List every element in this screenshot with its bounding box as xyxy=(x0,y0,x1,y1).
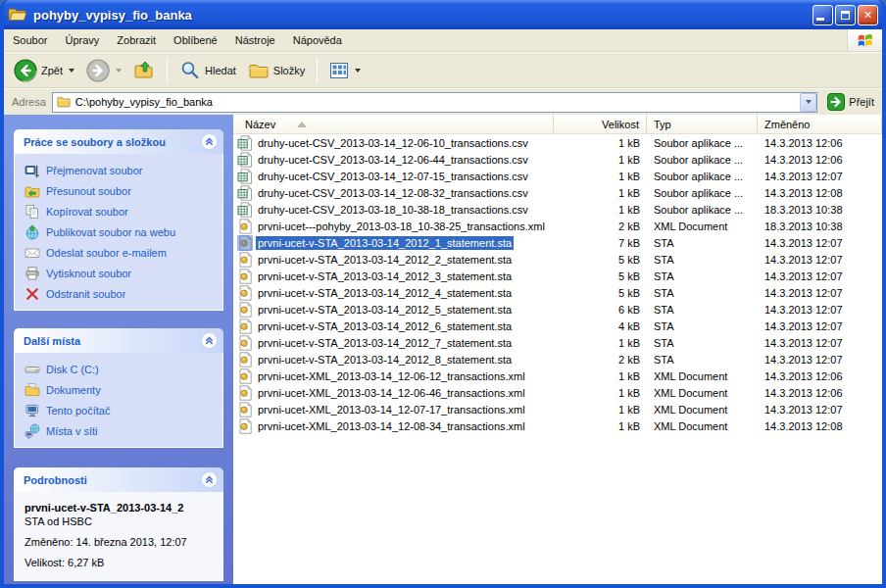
chevron-up-icon[interactable] xyxy=(201,332,218,349)
task-link[interactable]: Odstranit soubor xyxy=(25,286,219,302)
file-modified: 14.3.2013 12:07 xyxy=(758,304,882,316)
details-type: STA od HSBC xyxy=(25,515,213,527)
file-row[interactable]: prvni-ucet-v-STA_2013-03-14_2012_2_state… xyxy=(233,251,882,268)
address-input[interactable]: C:\pohyby_vypisy_fio_banka xyxy=(52,92,817,113)
print-icon xyxy=(25,266,40,281)
gold-doc-icon xyxy=(237,352,253,368)
file-modified: 14.3.2013 12:07 xyxy=(758,171,882,182)
search-button[interactable]: Hledat xyxy=(175,58,240,83)
file-row[interactable]: prvni-ucet-XML_2013-03-14_12-08-34_trans… xyxy=(233,417,882,434)
file-row[interactable]: prvni-ucet-v-STA_2013-03-14_2012_3_state… xyxy=(233,268,882,284)
maximize-button[interactable] xyxy=(835,5,856,25)
file-size: 7 kB xyxy=(554,237,647,249)
address-dropdown-button[interactable] xyxy=(800,93,816,112)
file-row[interactable]: prvni-ucet-v-STA_2013-03-14_2012_7_state… xyxy=(233,334,882,351)
file-modified: 14.3.2013 12:07 xyxy=(758,287,882,299)
gold-doc-icon xyxy=(237,302,253,318)
task-link[interactable]: Přesunout soubor xyxy=(25,183,219,199)
csv-file-icon xyxy=(237,152,253,168)
task-link[interactable]: Kopírovat soubor xyxy=(25,204,219,220)
views-button[interactable] xyxy=(325,59,365,82)
file-row[interactable]: prvni-ucet-v-STA_2013-03-14_2012_6_state… xyxy=(233,318,882,334)
menu-item-nstroje[interactable]: Nástroje xyxy=(226,29,284,51)
chevron-up-icon[interactable] xyxy=(201,471,218,488)
gold-doc-icon xyxy=(237,335,253,351)
file-size: 4 kB xyxy=(554,320,647,332)
file-row[interactable]: prvni-ucet-v-STA_2013-03-14_2012_8_state… xyxy=(233,351,882,368)
close-button[interactable]: ✕ xyxy=(858,5,878,25)
file-row[interactable]: druhy-ucet-CSV_2013-03-14_12-07-15_trans… xyxy=(233,168,882,184)
task-link[interactable]: Přejmenovat soubor xyxy=(25,163,219,178)
email-icon xyxy=(25,245,40,261)
file-type: XML Document xyxy=(647,387,758,399)
file-modified: 14.3.2013 12:07 xyxy=(758,404,882,416)
views-grid-icon xyxy=(329,61,349,80)
windows-logo-icon xyxy=(856,30,875,50)
file-row[interactable]: druhy-ucet-CSV_2013-03-14_12-06-44_trans… xyxy=(233,151,882,168)
computer-icon xyxy=(25,403,40,418)
file-size: 5 kB xyxy=(554,287,647,299)
details-size: Velikost: 6,27 kB xyxy=(25,557,213,568)
file-rows: druhy-ucet-CSV_2013-03-14_12-06-10_trans… xyxy=(233,134,882,584)
file-row[interactable]: druhy-ucet-CSV_2013-03-14_12-06-10_trans… xyxy=(233,134,882,151)
column-header-name[interactable]: Název xyxy=(233,115,554,133)
column-header-modified[interactable]: Změněno xyxy=(758,115,882,133)
file-size: 1 kB xyxy=(554,154,647,166)
panel-title: Podrobnosti xyxy=(24,474,201,486)
panel-file-tasks-header[interactable]: Práce se soubory a složkou xyxy=(14,129,223,154)
main-area: Práce se soubory a složkou Přejmenovat s… xyxy=(4,115,882,584)
task-link[interactable]: Dokumenty xyxy=(25,382,219,398)
file-type: STA xyxy=(647,237,758,249)
menu-item-zobrazit[interactable]: Zobrazit xyxy=(108,29,165,51)
file-type: STA xyxy=(647,270,758,282)
minimize-button[interactable] xyxy=(812,5,833,25)
file-row[interactable]: prvni-ucet-v-STA_2013-03-14_2012_4_state… xyxy=(233,284,882,301)
task-link[interactable]: Vytisknout soubor xyxy=(25,266,219,281)
menu-item-npovda[interactable]: Nápověda xyxy=(284,29,351,51)
back-button[interactable]: Zpět xyxy=(10,57,78,84)
file-name: prvni-ucet-XML_2013-03-14_12-08-34_trans… xyxy=(256,419,527,433)
folder-open-icon xyxy=(8,7,27,23)
file-row[interactable]: prvni-ucet---pohyby_2013-03-18_10-38-25_… xyxy=(233,218,882,234)
menu-item-pravy[interactable]: Úpravy xyxy=(56,29,108,51)
panel-other-places-header[interactable]: Další místa xyxy=(14,328,223,353)
task-link[interactable]: Tento počítač xyxy=(25,403,219,418)
up-button[interactable] xyxy=(129,58,159,83)
task-link[interactable]: Disk C (C:) xyxy=(25,362,219,377)
maximize-icon xyxy=(841,11,850,20)
panel-details-header[interactable]: Podrobnosti xyxy=(14,467,223,492)
file-row[interactable]: prvni-ucet-v-STA_2013-03-14_2012_5_state… xyxy=(233,301,882,318)
file-name: prvni-ucet-v-STA_2013-03-14_2012_8_state… xyxy=(256,353,514,367)
file-row[interactable]: prvni-ucet-v-STA_2013-03-14_2012_1_state… xyxy=(233,234,882,251)
file-row[interactable]: prvni-ucet-XML_2013-03-14_12-07-17_trans… xyxy=(233,401,882,417)
task-link[interactable]: Publikovat soubor na webu xyxy=(25,224,219,240)
explorer-window: pohyby_vypisy_fio_banka ✕ SouborÚpravyZo… xyxy=(0,0,886,588)
chevron-up-icon[interactable] xyxy=(201,133,218,150)
task-label: Disk C (C:) xyxy=(46,364,99,375)
task-link[interactable]: Místa v síti xyxy=(25,423,219,439)
go-button[interactable]: Přejít xyxy=(823,93,878,111)
file-row[interactable]: prvni-ucet-XML_2013-03-14_12-06-46_trans… xyxy=(233,384,882,401)
file-type: XML Document xyxy=(647,370,758,382)
file-row[interactable]: druhy-ucet-CSV_2013-03-14_12-08-32_trans… xyxy=(233,184,882,201)
column-header-size[interactable]: Velikost xyxy=(554,115,647,133)
back-label: Zpět xyxy=(41,65,63,76)
file-name: prvni-ucet-XML_2013-03-14_12-07-17_trans… xyxy=(256,403,527,416)
file-type: STA xyxy=(647,287,758,299)
file-row[interactable]: prvni-ucet-XML_2013-03-14_12-06-12_trans… xyxy=(233,368,882,384)
menu-item-soubor[interactable]: Soubor xyxy=(4,29,56,51)
gold-doc-icon xyxy=(237,235,253,251)
file-type: STA xyxy=(647,320,758,332)
task-label: Odeslat soubor e-mailem xyxy=(46,247,167,259)
menu-item-oblben[interactable]: Oblíbené xyxy=(165,29,226,51)
toolbar-separator xyxy=(317,58,318,83)
forward-button[interactable] xyxy=(82,57,125,84)
task-link[interactable]: Odeslat soubor e-mailem xyxy=(25,245,219,261)
file-row[interactable]: druhy-ucet-CSV_2013-03-18_10-38-18_trans… xyxy=(233,201,882,218)
column-header-type[interactable]: Typ xyxy=(647,115,758,133)
task-label: Odstranit soubor xyxy=(46,288,125,300)
file-size: 2 kB xyxy=(554,354,647,366)
forward-dropdown-icon xyxy=(116,69,122,73)
file-name: prvni-ucet-v-STA_2013-03-14_2012_7_state… xyxy=(256,336,514,350)
folders-button[interactable]: Složky xyxy=(244,58,309,83)
